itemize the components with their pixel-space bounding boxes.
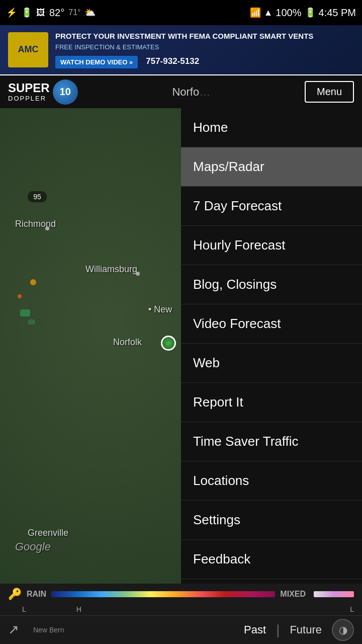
map-label-richmond: Richmond [15,219,56,229]
map-dot-richmond [45,226,49,230]
clock: 4:45 PM [319,7,356,19]
menu-item-label-web: Web [193,355,220,371]
share-icon[interactable]: ↗ [8,622,19,637]
future-button[interactable]: Future [290,623,322,636]
high-label: H [76,605,81,613]
battery-100-icon: 🔋 [21,7,32,18]
signal-icon: ▲ [264,8,273,18]
map-label-greenville: Greenville [28,528,68,538]
nav-row: ↗ New Bern Past | Future ◑ [0,615,362,644]
ad-cta[interactable]: WATCH DEMO VIDEO » [55,56,138,68]
menu-item-7-day-forecast[interactable]: 7 Day Forecast [181,187,362,226]
ad-banner[interactable]: AMC PROTECT YOUR INVESTMENT WITH FEMA CO… [0,25,362,75]
wifi-icon: 📶 [250,7,261,18]
app-header: SUPER DOPPLER 10 Norfo… Menu [0,75,362,108]
radar-dot-4 [28,319,35,325]
mixed-gradient [314,591,354,597]
menu-item-label-blog-closings: Blog, Closings [193,277,277,292]
logo-circle: 10 [53,79,78,105]
radar-dot-2 [18,294,22,298]
lh-labels: L H L [0,605,362,615]
menu-item-feedback[interactable]: Feedback [181,540,362,579]
menu-item-time-saver-traffic[interactable]: Time Saver Traffic [181,422,362,461]
key-icon: 🔑 [8,588,22,601]
legend-row: 🔑 RAIN MIXED [0,584,362,605]
menu-item-label-maps-radar: Maps/Radar [193,159,264,175]
menu-item-maps-radar[interactable]: Maps/Radar [181,147,362,187]
rain-gradient [51,591,275,597]
menu-button[interactable]: Menu [305,81,354,103]
radar-dot-3 [20,309,30,316]
menu-item-report-it[interactable]: Report It [181,383,362,422]
logo-number: 10 [60,86,71,98]
low-label-2: L [350,605,354,613]
radar-dot-1 [30,279,36,285]
app-logo: SUPER DOPPLER 10 [8,79,78,105]
map-dot-williamsburg [136,272,140,276]
menu-item-label-hourly-forecast: Hourly Forecast [193,237,286,253]
status-bar: ⚡ 🔋 🖼 82° 71° ⛅ 📶 ▲ 100% 🔋 4:45 PM [0,0,362,25]
map-label-google: Google [15,540,51,553]
battery-full-icon: 🔋 [305,7,316,18]
logo-super: SUPER [8,82,50,95]
menu-items-container: HomeMaps/Radar7 Day ForecastHourly Forec… [181,108,362,618]
ad-logo: AMC [8,32,48,67]
weather-icon: ⛅ [84,7,96,18]
norfolk-marker [161,336,176,351]
temp-low-display: 71° [68,8,80,17]
ad-content: PROTECT YOUR INVESTMENT WITH FEMA COMPLI… [55,31,354,68]
menu-item-label-time-saver-traffic: Time Saver Traffic [193,434,299,449]
ad-title: PROTECT YOUR INVESTMENT WITH FEMA COMPLI… [55,31,354,41]
menu-item-home[interactable]: Home [181,108,362,147]
ad-phone: 757-932-5132 [146,56,199,66]
status-left-icons: ⚡ 🔋 🖼 82° 71° ⛅ [6,7,96,19]
bubble-temp: 95 [33,193,41,201]
battery-pct: 100% [276,7,301,19]
logo-doppler: DOPPLER [8,95,50,102]
rain-label: RAIN [27,590,46,599]
menu-panel: HomeMaps/Radar7 Day ForecastHourly Forec… [181,108,362,644]
map-label-williamsburg: Williamsburg [85,264,137,275]
past-button[interactable]: Past [244,623,266,636]
menu-item-label-report-it: Report It [193,394,243,410]
bottom-bar: 🔑 RAIN MIXED L H L ↗ New Bern Past | Fut… [0,584,362,644]
new-bern-label: New Bern [33,626,64,634]
menu-item-video-forecast[interactable]: Video Forecast [181,304,362,344]
nav-divider: | [276,622,280,638]
map-label-norfolk: Norfolk [113,337,142,348]
image-icon: 🖼 [36,8,45,18]
toggle-icon: ◑ [339,624,347,636]
menu-item-web[interactable]: Web [181,344,362,383]
temperature-display: 82° [49,7,64,19]
location-text: Norfo [172,86,199,98]
menu-item-label-locations: Locations [193,473,249,489]
menu-item-label-home: Home [193,120,228,135]
ad-logo-text: AMC [18,44,39,55]
status-right-icons: 📶 ▲ 100% 🔋 4:45 PM [250,7,356,19]
menu-item-label-video-forecast: Video Forecast [193,316,281,332]
map-label-new: • New [148,304,172,315]
menu-item-settings[interactable]: Settings [181,501,362,540]
menu-item-blog-closings[interactable]: Blog, Closings [181,265,362,304]
header-location: Norfo… [78,86,305,99]
menu-item-label-7-day-forecast: 7 Day Forecast [193,198,282,214]
ad-subtitle: FREE INSPECTION & ESTIMATES [55,43,354,51]
mixed-label: MIXED [280,590,306,599]
temperature-bubble: 95 [28,191,47,202]
usb-icon: ⚡ [6,7,17,18]
menu-item-label-settings: Settings [193,512,240,528]
menu-item-hourly-forecast[interactable]: Hourly Forecast [181,226,362,265]
menu-item-label-feedback: Feedback [193,551,250,567]
nav-toggle[interactable]: ◑ [332,619,354,641]
low-label-1: L [22,605,26,613]
menu-item-locations[interactable]: Locations [181,461,362,501]
